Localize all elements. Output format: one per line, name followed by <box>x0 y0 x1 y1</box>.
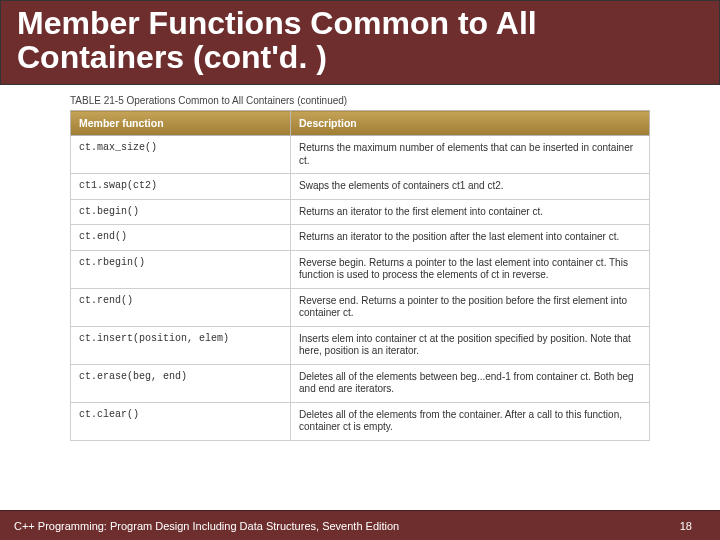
cell-fn: ct.insert(position, elem) <box>71 326 291 364</box>
table-row: ct.max_size() Returns the maximum number… <box>71 136 650 174</box>
table-row: ct.insert(position, elem) Inserts elem i… <box>71 326 650 364</box>
cell-desc: Reverse begin. Returns a pointer to the … <box>291 250 650 288</box>
cell-fn: ct.begin() <box>71 199 291 225</box>
cell-fn: ct.clear() <box>71 402 291 440</box>
table-row: ct.begin() Returns an iterator to the fi… <box>71 199 650 225</box>
cell-desc: Returns an iterator to the first element… <box>291 199 650 225</box>
col-header-desc: Description <box>291 111 650 136</box>
footer-text: C++ Programming: Program Design Includin… <box>14 520 399 532</box>
cell-desc: Reverse end. Returns a pointer to the po… <box>291 288 650 326</box>
cell-fn: ct.end() <box>71 225 291 251</box>
slide-content: TABLE 21-5 Operations Common to All Cont… <box>0 85 720 441</box>
operations-table: Member function Description ct.max_size(… <box>70 110 650 441</box>
cell-desc: Returns an iterator to the position afte… <box>291 225 650 251</box>
cell-desc: Inserts elem into container ct at the po… <box>291 326 650 364</box>
table-row: ct1.swap(ct2) Swaps the elements of cont… <box>71 174 650 200</box>
cell-fn: ct.max_size() <box>71 136 291 174</box>
slide-title-band: Member Functions Common to All Container… <box>0 0 720 85</box>
table-row: ct.end() Returns an iterator to the posi… <box>71 225 650 251</box>
cell-desc: Returns the maximum number of elements t… <box>291 136 650 174</box>
col-header-fn: Member function <box>71 111 291 136</box>
table-row: ct.rend() Reverse end. Returns a pointer… <box>71 288 650 326</box>
slide-title: Member Functions Common to All Container… <box>11 7 709 74</box>
table-row: ct.clear() Deletes all of the elements f… <box>71 402 650 440</box>
slide-footer: C++ Programming: Program Design Includin… <box>0 510 720 540</box>
table-row: ct.erase(beg, end) Deletes all of the el… <box>71 364 650 402</box>
cell-fn: ct.rbegin() <box>71 250 291 288</box>
cell-fn: ct.erase(beg, end) <box>71 364 291 402</box>
cell-desc: Deletes all of the elements between beg.… <box>291 364 650 402</box>
cell-desc: Deletes all of the elements from the con… <box>291 402 650 440</box>
table-caption: TABLE 21-5 Operations Common to All Cont… <box>70 95 650 106</box>
cell-desc: Swaps the elements of containers ct1 and… <box>291 174 650 200</box>
page-number: 18 <box>680 520 692 532</box>
cell-fn: ct1.swap(ct2) <box>71 174 291 200</box>
table-row: ct.rbegin() Reverse begin. Returns a poi… <box>71 250 650 288</box>
cell-fn: ct.rend() <box>71 288 291 326</box>
